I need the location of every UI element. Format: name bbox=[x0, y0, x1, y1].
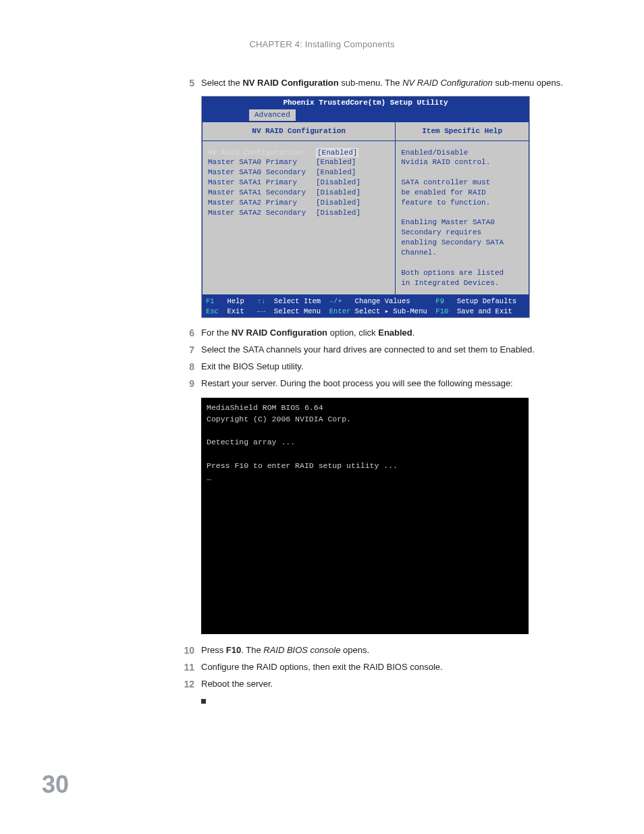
end-of-procedure-icon bbox=[201, 699, 206, 704]
key-esc: Esc bbox=[206, 307, 219, 315]
bios-row-label: Master SATA1 Secondary bbox=[208, 188, 316, 198]
italic-text: NV RAID Configuration bbox=[402, 78, 493, 88]
label: Save and Exit bbox=[457, 307, 512, 315]
bios-setup-screenshot: Phoenix TrustedCore(tm) Setup Utility Ad… bbox=[201, 96, 530, 318]
bios-row-label: NV RAID Configuration: bbox=[208, 148, 316, 158]
key-leftright: ←→ bbox=[257, 307, 266, 315]
bios-right-title: Item Specific Help bbox=[396, 122, 529, 141]
step-text: Select the NV RAID Configuration sub-men… bbox=[201, 76, 570, 90]
bios-row-value: [Disabled] bbox=[316, 198, 360, 208]
bios-config-rows: NV RAID Configuration:[Enabled]Master SA… bbox=[203, 141, 395, 286]
label: Select ▸ Sub-Menu bbox=[355, 307, 427, 315]
cursor: _ bbox=[207, 473, 211, 481]
bios-config-row: Master SATA2 Primary[Disabled] bbox=[208, 198, 390, 208]
step-number: 10 bbox=[176, 644, 201, 658]
text: option, click bbox=[327, 328, 378, 338]
step-number: 5 bbox=[176, 76, 201, 90]
step-9: 9 Restart your server. During the boot p… bbox=[176, 377, 570, 391]
key-enter: Enter bbox=[329, 307, 351, 315]
step-number: 7 bbox=[176, 343, 201, 357]
bios-config-row: Master SATA1 Primary[Disabled] bbox=[208, 178, 390, 188]
bios-row-value: [Disabled] bbox=[316, 208, 360, 218]
boot-line: Detecting array ... bbox=[207, 438, 295, 446]
step-text: Reboot the server. bbox=[201, 677, 570, 692]
bold-text: Enabled bbox=[378, 328, 412, 338]
bold-text: NV RAID Configuration bbox=[242, 78, 338, 88]
step-text: Restart your server. During the boot pro… bbox=[201, 377, 570, 391]
step-number: 9 bbox=[176, 377, 201, 391]
bios-title: Phoenix TrustedCore(tm) Setup Utility bbox=[202, 97, 529, 109]
chapter-header: CHAPTER 4: Installing Components bbox=[0, 0, 644, 49]
label: Help bbox=[227, 297, 244, 305]
bios-row-value: [Enabled] bbox=[316, 167, 356, 178]
label: Change Values bbox=[355, 297, 410, 305]
step-11: 11 Configure the RAID options, then exit… bbox=[176, 660, 570, 675]
bios-config-row: Master SATA0 Secondary[Enabled] bbox=[208, 167, 390, 178]
step-number: 6 bbox=[176, 326, 201, 340]
bios-row-value: [Enabled] bbox=[316, 157, 356, 167]
label: Setup Defaults bbox=[457, 297, 516, 305]
boot-line: MediaShield ROM BIOS 6.64 bbox=[207, 403, 323, 412]
boot-message-screenshot: MediaShield ROM BIOS 6.64 Copyright (C) … bbox=[201, 398, 529, 634]
bios-config-row: NV RAID Configuration:[Enabled] bbox=[208, 148, 390, 158]
step-number: 11 bbox=[176, 660, 201, 675]
bios-help-text: Enabled/Disable Nvidia RAID control. SAT… bbox=[396, 141, 529, 295]
page-number: 30 bbox=[42, 771, 69, 799]
key-f10: F10 bbox=[435, 307, 448, 315]
bios-row-label: Master SATA0 Secondary bbox=[208, 167, 316, 178]
step-text: Exit the BIOS Setup utility. bbox=[201, 360, 570, 374]
step-number: 8 bbox=[176, 360, 201, 374]
step-7: 7 Select the SATA channels your hard dri… bbox=[176, 343, 570, 357]
boot-line: Copyright (C) 2006 NVIDIA Corp. bbox=[207, 415, 351, 423]
step-number: 12 bbox=[176, 677, 201, 692]
step-text: Select the SATA channels your hard drive… bbox=[201, 343, 570, 357]
key-plusminus: -/+ bbox=[329, 297, 342, 305]
boot-line: Press F10 to enter RAID setup utility ..… bbox=[207, 461, 398, 470]
text: Press bbox=[201, 645, 226, 655]
step-8: 8 Exit the BIOS Setup utility. bbox=[176, 360, 570, 374]
text: opens. bbox=[340, 645, 369, 655]
bios-config-row: Master SATA0 Primary[Enabled] bbox=[208, 157, 390, 167]
label: Select Item bbox=[274, 297, 321, 305]
step-text: Configure the RAID options, then exit th… bbox=[201, 660, 570, 675]
bios-row-value: [Disabled] bbox=[316, 188, 360, 198]
bios-tab-advanced: Advanced bbox=[249, 109, 296, 121]
step-text: Press F10. The RAID BIOS console opens. bbox=[201, 644, 570, 658]
text: sub-menu. The bbox=[339, 78, 402, 88]
bios-row-label: Master SATA2 Secondary bbox=[208, 208, 316, 218]
step-10: 10 Press F10. The RAID BIOS console open… bbox=[176, 644, 570, 658]
label: Select Menu bbox=[274, 307, 321, 315]
key-updown: ↑↓ bbox=[257, 297, 266, 305]
bold-text: NV RAID Configuration bbox=[232, 328, 327, 338]
label: Exit bbox=[227, 307, 244, 315]
bios-row-value: [Enabled] bbox=[316, 148, 358, 158]
bios-row-value: [Disabled] bbox=[316, 178, 360, 188]
step-6: 6 For the NV RAID Configuration option, … bbox=[176, 326, 570, 340]
bios-tab-row: Advanced bbox=[202, 109, 529, 122]
text: sub-menu opens. bbox=[493, 78, 563, 88]
step-text: For the NV RAID Configuration option, cl… bbox=[201, 326, 570, 340]
key-f9: F9 bbox=[435, 297, 444, 305]
bios-footer: F1 Help ↑↓ Select Item -/+ Change Values… bbox=[202, 295, 529, 317]
bios-config-row: Master SATA1 Secondary[Disabled] bbox=[208, 188, 390, 198]
bios-row-label: Master SATA2 Primary bbox=[208, 198, 316, 208]
bold-text: F10 bbox=[226, 645, 241, 655]
bios-config-row: Master SATA2 Secondary[Disabled] bbox=[208, 208, 390, 218]
bios-row-label: Master SATA0 Primary bbox=[208, 157, 316, 167]
key-f1: F1 bbox=[206, 297, 215, 305]
bios-row-label: Master SATA1 Primary bbox=[208, 178, 316, 188]
text: . The bbox=[241, 645, 263, 655]
bios-left-title: NV RAID Configuration bbox=[203, 122, 395, 141]
text: Select the bbox=[201, 78, 242, 88]
italic-text: RAID BIOS console bbox=[263, 645, 340, 655]
text: For the bbox=[201, 328, 232, 338]
text: . bbox=[412, 328, 415, 338]
step-5: 5 Select the NV RAID Configuration sub-m… bbox=[176, 76, 570, 90]
step-12: 12 Reboot the server. bbox=[176, 677, 570, 692]
